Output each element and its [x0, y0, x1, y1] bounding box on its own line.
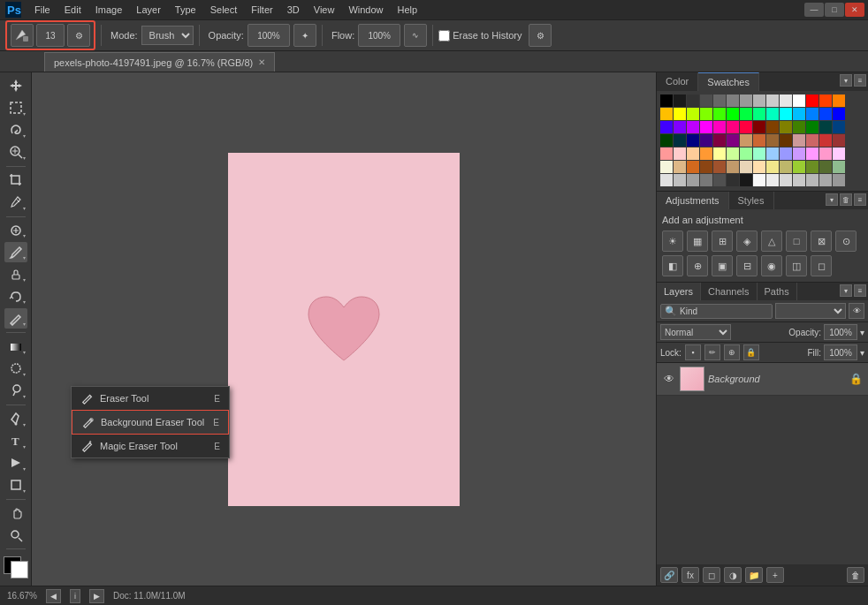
swatch-4-2[interactable] [687, 147, 699, 160]
menu-type[interactable]: Type [169, 3, 202, 17]
invert-adj-icon[interactable]: ⊟ [736, 255, 758, 276]
swatch-2-5[interactable] [727, 121, 739, 133]
swatch-0-10[interactable] [793, 95, 805, 107]
colorbalance-adj-icon[interactable]: ⊠ [811, 231, 832, 252]
type-tool[interactable]: T ▾ [4, 431, 27, 451]
flow-input[interactable]: 100% [358, 24, 400, 47]
swatch-3-12[interactable] [819, 134, 832, 147]
stamp-tool[interactable]: ▾ [4, 264, 27, 284]
photofilter-adj-icon[interactable]: ◧ [662, 255, 683, 276]
brush-tool[interactable]: ▾ [4, 242, 27, 262]
levels-adj-icon[interactable]: ▦ [687, 231, 708, 252]
brush-settings-button[interactable]: ⚙ [529, 24, 552, 47]
swatch-2-3[interactable] [700, 121, 712, 133]
menu-file[interactable]: File [28, 3, 57, 17]
menu-view[interactable]: View [308, 3, 341, 17]
swatch-6-12[interactable] [819, 174, 832, 186]
vibrance-adj-icon[interactable]: △ [761, 231, 782, 252]
swatch-5-0[interactable] [660, 161, 673, 173]
swatch-5-7[interactable] [753, 161, 765, 173]
eraser-tool[interactable]: ▾ [4, 308, 27, 329]
heal-tool[interactable]: ▾ [4, 220, 27, 240]
swatch-2-2[interactable] [687, 121, 699, 133]
layer-group-button[interactable]: 📁 [745, 567, 763, 583]
menu-image[interactable]: Image [89, 3, 129, 17]
adj-panel-menu[interactable]: ≡ [854, 193, 866, 206]
swatch-4-6[interactable] [740, 147, 752, 160]
layer-filter-select[interactable] [775, 303, 846, 319]
dodge-tool[interactable]: ▾ [4, 381, 27, 401]
minimize-button[interactable]: — [804, 3, 824, 17]
swatch-2-9[interactable] [780, 121, 792, 133]
swatch-0-2[interactable] [687, 95, 699, 107]
eyedropper-tool[interactable]: ▾ [4, 193, 27, 213]
erase-to-history-checkbox[interactable] [438, 30, 450, 42]
swatch-0-8[interactable] [766, 95, 779, 107]
swatch-4-1[interactable] [674, 147, 686, 160]
layer-mask-button[interactable]: ◻ [703, 567, 720, 583]
swatch-2-6[interactable] [740, 121, 752, 133]
brightness-adj-icon[interactable]: ☀ [662, 231, 683, 252]
swatch-1-10[interactable] [793, 108, 805, 120]
brush-size-input-wrapper[interactable]: 13 [36, 24, 65, 47]
swatch-3-8[interactable] [766, 134, 779, 147]
exposure-adj-icon[interactable]: ◈ [736, 231, 758, 252]
swatch-0-1[interactable] [674, 95, 686, 107]
panel-menu-button[interactable]: ≡ [854, 74, 866, 87]
panel-collapse-button[interactable]: ▾ [840, 74, 852, 87]
swatch-4-5[interactable] [727, 147, 739, 160]
swatch-6-3[interactable] [700, 174, 712, 186]
swatch-1-8[interactable] [766, 108, 779, 120]
swatch-3-1[interactable] [674, 134, 686, 147]
swatch-3-11[interactable] [806, 134, 819, 147]
lock-transparent-icon[interactable]: ▪ [685, 344, 701, 360]
swatch-3-6[interactable] [740, 134, 752, 147]
swatch-4-0[interactable] [660, 147, 673, 160]
nav-info-button[interactable]: i [70, 589, 80, 603]
lock-artboard-icon[interactable]: ⊕ [724, 344, 740, 360]
zoom-tool[interactable] [4, 525, 27, 545]
swatch-1-4[interactable] [713, 108, 726, 120]
menu-filter[interactable]: Filter [245, 3, 278, 17]
swatch-1-0[interactable] [660, 108, 673, 120]
swatch-0-9[interactable] [780, 95, 792, 107]
tab-color[interactable]: Color [657, 72, 698, 91]
swatch-5-11[interactable] [806, 161, 819, 173]
swatch-4-4[interactable] [713, 147, 726, 160]
tab-swatches[interactable]: Swatches [698, 72, 759, 91]
layer-new-button[interactable]: + [766, 567, 784, 583]
swatch-6-0[interactable] [660, 174, 673, 186]
layer-visibility-icon[interactable]: 👁 [662, 372, 676, 386]
nav-next-button[interactable]: ▶ [89, 589, 104, 603]
swatch-1-13[interactable] [833, 108, 845, 120]
swatch-0-0[interactable] [660, 95, 673, 107]
swatch-0-7[interactable] [753, 95, 765, 107]
brush-options-button[interactable]: ⚙ [67, 24, 90, 47]
close-tab-button[interactable]: ✕ [258, 57, 265, 67]
swatch-1-1[interactable] [674, 108, 686, 120]
tab-layers[interactable]: Layers [657, 283, 701, 300]
swatch-5-9[interactable] [780, 161, 792, 173]
background-color[interactable] [11, 561, 28, 579]
swatch-2-7[interactable] [753, 121, 765, 133]
opacity-input[interactable]: 100% [247, 24, 290, 47]
swatch-5-13[interactable] [833, 161, 845, 173]
swatch-4-12[interactable] [819, 147, 832, 160]
layer-link-button[interactable]: 🔗 [660, 567, 678, 583]
menu-select[interactable]: Select [204, 3, 244, 17]
nav-prev-button[interactable]: ◀ [46, 589, 61, 603]
swatch-6-9[interactable] [780, 174, 792, 186]
path-select-tool[interactable]: ▾ [4, 453, 27, 473]
swatch-4-13[interactable] [833, 147, 845, 160]
gradient-adj-icon[interactable]: ◻ [811, 255, 832, 276]
swatch-6-6[interactable] [740, 174, 752, 186]
swatch-3-10[interactable] [793, 134, 805, 147]
swatch-3-13[interactable] [833, 134, 845, 147]
swatch-4-11[interactable] [806, 147, 819, 160]
swatch-5-1[interactable] [674, 161, 686, 173]
swatch-2-12[interactable] [819, 121, 832, 133]
swatch-4-10[interactable] [793, 147, 805, 160]
adj-panel-trash[interactable]: 🗑 [840, 193, 852, 206]
tab-adjustments[interactable]: Adjustments [657, 192, 729, 209]
swatch-1-7[interactable] [753, 108, 765, 120]
